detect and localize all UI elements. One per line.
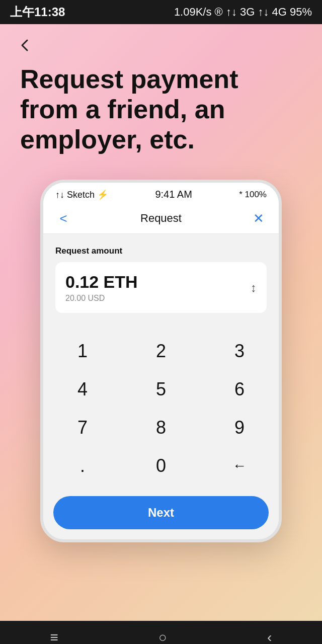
numpad-key-2[interactable]: 2 bbox=[131, 333, 191, 369]
next-button-wrap: Next bbox=[43, 490, 279, 539]
numpad-row-2: 4 5 6 bbox=[43, 371, 279, 408]
amount-box: 0.12 ETH 20.00 USD ↕ bbox=[55, 262, 267, 313]
bottom-nav-back[interactable]: ‹ bbox=[267, 629, 272, 644]
numpad: 1 2 3 4 5 6 7 8 9 . 0 ← bbox=[43, 329, 279, 490]
status-right: 1.09K/s ® ↑↓ 3G ↑↓ 4G 95% bbox=[174, 6, 312, 19]
system-status-bar: 上午11:38 1.09K/s ® ↑↓ 3G ↑↓ 4G 95% bbox=[0, 0, 322, 24]
main-heading: Request payment from a friend, an employ… bbox=[0, 24, 322, 170]
numpad-key-5[interactable]: 5 bbox=[131, 371, 191, 408]
phone-content: Request amount 0.12 ETH 20.00 USD ↕ bbox=[43, 234, 279, 329]
numpad-key-6[interactable]: 6 bbox=[209, 371, 270, 408]
numpad-key-4[interactable]: 4 bbox=[52, 371, 113, 408]
status-time: 上午11:38 bbox=[10, 4, 65, 20]
phone-status-right: * 100% bbox=[239, 190, 267, 200]
numpad-row-4: . 0 ← bbox=[43, 448, 279, 484]
background-area: Request payment from a friend, an employ… bbox=[0, 24, 322, 621]
phone-mockup: ↑↓ Sketch ⚡ 9:41 AM * 100% < Request ✕ R… bbox=[40, 180, 282, 542]
numpad-key-1[interactable]: 1 bbox=[52, 333, 113, 369]
network-info: 1.09K/s ® ↑↓ 3G ↑↓ 4G bbox=[174, 6, 287, 19]
bottom-nav-home[interactable]: ○ bbox=[158, 629, 167, 644]
numpad-key-3[interactable]: 3 bbox=[209, 333, 270, 369]
numpad-key-9[interactable]: 9 bbox=[209, 410, 270, 446]
numpad-key-dot[interactable]: . bbox=[52, 448, 113, 484]
numpad-row-3: 7 8 9 bbox=[43, 410, 279, 446]
amount-values: 0.12 ETH 20.00 USD bbox=[65, 272, 138, 303]
phone-status-center: 9:41 AM bbox=[155, 189, 192, 200]
phone-status-bar: ↑↓ Sketch ⚡ 9:41 AM * 100% bbox=[43, 183, 279, 204]
battery-info: 95% bbox=[290, 6, 312, 19]
amount-main: 0.12 ETH bbox=[65, 272, 138, 292]
phone-status-left: ↑↓ Sketch ⚡ bbox=[55, 189, 108, 200]
numpad-key-backspace[interactable]: ← bbox=[209, 448, 270, 484]
numpad-key-0[interactable]: 0 bbox=[131, 448, 191, 484]
bottom-nav-menu[interactable]: ≡ bbox=[50, 629, 58, 644]
numpad-row-1: 1 2 3 bbox=[43, 333, 279, 369]
amount-sub: 20.00 USD bbox=[65, 294, 138, 303]
next-button[interactable]: Next bbox=[53, 496, 269, 529]
back-button[interactable] bbox=[14, 34, 36, 56]
numpad-key-8[interactable]: 8 bbox=[131, 410, 191, 446]
app-header: < Request ✕ bbox=[43, 204, 279, 234]
swap-icon[interactable]: ↕ bbox=[251, 281, 257, 295]
bottom-nav: ≡ ○ ‹ bbox=[0, 621, 322, 644]
header-back-button[interactable]: < bbox=[55, 210, 71, 226]
numpad-key-7[interactable]: 7 bbox=[52, 410, 113, 446]
header-close-button[interactable]: ✕ bbox=[251, 210, 267, 226]
request-amount-label: Request amount bbox=[55, 246, 267, 256]
header-title: Request bbox=[140, 212, 182, 225]
